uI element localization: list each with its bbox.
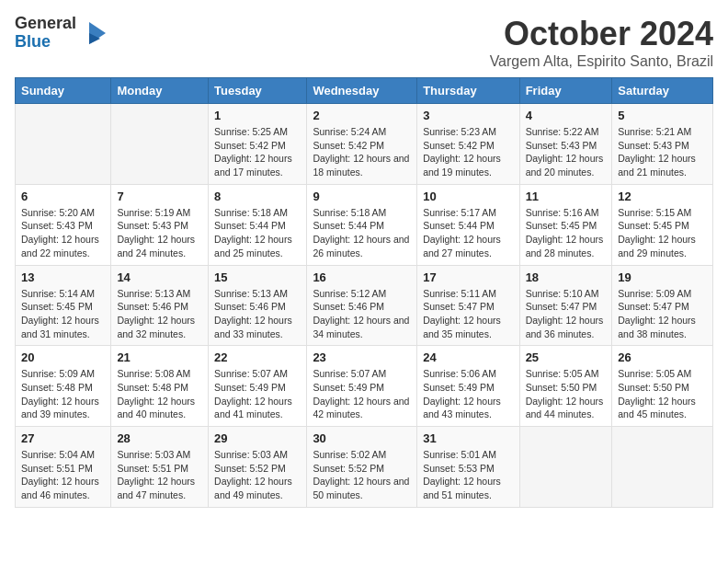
day-number: 20 (21, 350, 105, 364)
day-number: 26 (618, 350, 707, 364)
day-info: Sunrise: 5:14 AMSunset: 5:45 PMDaylight:… (21, 287, 105, 341)
sunset-text: Sunset: 5:42 PM (313, 139, 411, 153)
day-number: 19 (618, 270, 707, 284)
logo: General Blue (15, 15, 109, 52)
daylight-text: Daylight: 12 hours and 24 minutes. (117, 233, 202, 259)
sunset-text: Sunset: 5:42 PM (423, 139, 513, 153)
sunrise-text: Sunrise: 5:07 AM (313, 367, 411, 381)
day-cell (612, 427, 713, 508)
logo-text1: General (15, 14, 76, 32)
sunrise-text: Sunrise: 5:05 AM (526, 367, 607, 381)
day-info: Sunrise: 5:05 AMSunset: 5:50 PMDaylight:… (526, 367, 607, 421)
day-cell: 25Sunrise: 5:05 AMSunset: 5:50 PMDayligh… (519, 346, 612, 427)
daylight-text: Daylight: 12 hours and 43 minutes. (423, 395, 513, 421)
sunrise-text: Sunrise: 5:13 AM (214, 287, 301, 301)
day-number: 3 (423, 109, 513, 122)
day-cell: 18Sunrise: 5:10 AMSunset: 5:47 PMDayligh… (519, 265, 612, 346)
day-info: Sunrise: 5:18 AMSunset: 5:44 PMDaylight:… (214, 206, 301, 260)
day-number: 23 (313, 350, 411, 364)
day-number: 9 (313, 190, 411, 203)
week-row-3: 13Sunrise: 5:14 AMSunset: 5:45 PMDayligh… (16, 265, 713, 346)
sunrise-text: Sunrise: 5:03 AM (214, 448, 301, 462)
daylight-text: Daylight: 12 hours and 34 minutes. (313, 314, 411, 340)
day-info: Sunrise: 5:05 AMSunset: 5:50 PMDaylight:… (618, 367, 707, 421)
daylight-text: Daylight: 12 hours and 41 minutes. (214, 395, 301, 421)
day-number: 7 (117, 190, 202, 203)
daylight-text: Daylight: 12 hours and 46 minutes. (21, 475, 105, 501)
title-area: October 2024 Vargem Alta, Espirito Santo… (490, 15, 713, 70)
day-info: Sunrise: 5:13 AMSunset: 5:46 PMDaylight:… (214, 287, 301, 341)
day-number: 6 (21, 190, 105, 203)
sunrise-text: Sunrise: 5:01 AM (423, 448, 513, 462)
sunrise-text: Sunrise: 5:10 AM (526, 287, 607, 301)
sunrise-text: Sunrise: 5:19 AM (117, 206, 202, 220)
calendar-table: Sunday Monday Tuesday Wednesday Thursday… (15, 77, 713, 508)
daylight-text: Daylight: 12 hours and 27 minutes. (423, 233, 513, 259)
sunrise-text: Sunrise: 5:09 AM (21, 367, 105, 381)
day-info: Sunrise: 5:17 AMSunset: 5:44 PMDaylight:… (423, 206, 513, 260)
day-info: Sunrise: 5:16 AMSunset: 5:45 PMDaylight:… (526, 206, 607, 260)
sunrise-text: Sunrise: 5:09 AM (618, 287, 707, 301)
day-number: 16 (313, 270, 411, 284)
day-info: Sunrise: 5:08 AMSunset: 5:48 PMDaylight:… (117, 367, 202, 421)
day-number: 15 (214, 270, 301, 284)
sunset-text: Sunset: 5:43 PM (618, 139, 707, 153)
day-cell: 4Sunrise: 5:22 AMSunset: 5:43 PMDaylight… (519, 104, 612, 185)
day-info: Sunrise: 5:20 AMSunset: 5:43 PMDaylight:… (21, 206, 105, 260)
sunrise-text: Sunrise: 5:25 AM (214, 125, 301, 139)
day-cell: 20Sunrise: 5:09 AMSunset: 5:48 PMDayligh… (16, 346, 111, 427)
header: General Blue October 2024 Vargem Alta, E… (15, 15, 713, 70)
day-cell: 8Sunrise: 5:18 AMSunset: 5:44 PMDaylight… (209, 184, 307, 265)
day-info: Sunrise: 5:22 AMSunset: 5:43 PMDaylight:… (526, 125, 607, 179)
day-cell: 14Sunrise: 5:13 AMSunset: 5:46 PMDayligh… (111, 265, 209, 346)
day-number: 27 (21, 431, 105, 445)
day-info: Sunrise: 5:04 AMSunset: 5:51 PMDaylight:… (21, 448, 105, 502)
sunrise-text: Sunrise: 5:23 AM (423, 125, 513, 139)
sunset-text: Sunset: 5:43 PM (21, 219, 105, 233)
day-cell: 29Sunrise: 5:03 AMSunset: 5:52 PMDayligh… (209, 427, 307, 508)
day-info: Sunrise: 5:03 AMSunset: 5:51 PMDaylight:… (117, 448, 202, 502)
sunset-text: Sunset: 5:44 PM (423, 219, 513, 233)
day-cell: 27Sunrise: 5:04 AMSunset: 5:51 PMDayligh… (16, 427, 111, 508)
day-cell: 10Sunrise: 5:17 AMSunset: 5:44 PMDayligh… (417, 184, 519, 265)
day-info: Sunrise: 5:11 AMSunset: 5:47 PMDaylight:… (423, 287, 513, 341)
day-number: 21 (117, 350, 202, 364)
day-number: 10 (423, 190, 513, 203)
sunset-text: Sunset: 5:52 PM (214, 462, 301, 476)
sunrise-text: Sunrise: 5:21 AM (618, 125, 707, 139)
sunrise-text: Sunrise: 5:16 AM (526, 206, 607, 220)
daylight-text: Daylight: 12 hours and 22 minutes. (21, 233, 105, 259)
day-number: 13 (21, 270, 105, 284)
day-info: Sunrise: 5:09 AMSunset: 5:47 PMDaylight:… (618, 287, 707, 341)
logo-icon (80, 18, 109, 48)
day-cell: 7Sunrise: 5:19 AMSunset: 5:43 PMDaylight… (111, 184, 209, 265)
day-info: Sunrise: 5:24 AMSunset: 5:42 PMDaylight:… (313, 125, 411, 179)
day-cell: 3Sunrise: 5:23 AMSunset: 5:42 PMDaylight… (417, 104, 519, 185)
daylight-text: Daylight: 12 hours and 19 minutes. (423, 152, 513, 178)
sunrise-text: Sunrise: 5:14 AM (21, 287, 105, 301)
col-thursday: Thursday (417, 78, 519, 104)
sunset-text: Sunset: 5:44 PM (214, 219, 301, 233)
day-cell: 9Sunrise: 5:18 AMSunset: 5:44 PMDaylight… (307, 184, 417, 265)
day-cell: 15Sunrise: 5:13 AMSunset: 5:46 PMDayligh… (209, 265, 307, 346)
day-number: 28 (117, 431, 202, 445)
daylight-text: Daylight: 12 hours and 45 minutes. (618, 395, 707, 421)
daylight-text: Daylight: 12 hours and 38 minutes. (618, 314, 707, 340)
day-cell: 13Sunrise: 5:14 AMSunset: 5:45 PMDayligh… (16, 265, 111, 346)
day-info: Sunrise: 5:03 AMSunset: 5:52 PMDaylight:… (214, 448, 301, 502)
sunset-text: Sunset: 5:53 PM (423, 462, 513, 476)
sunrise-text: Sunrise: 5:08 AM (117, 367, 202, 381)
day-info: Sunrise: 5:25 AMSunset: 5:42 PMDaylight:… (214, 125, 301, 179)
day-info: Sunrise: 5:09 AMSunset: 5:48 PMDaylight:… (21, 367, 105, 421)
day-cell: 12Sunrise: 5:15 AMSunset: 5:45 PMDayligh… (612, 184, 713, 265)
col-friday: Friday (519, 78, 612, 104)
day-cell: 1Sunrise: 5:25 AMSunset: 5:42 PMDaylight… (209, 104, 307, 185)
day-cell (16, 104, 111, 185)
day-cell (519, 427, 612, 508)
sunset-text: Sunset: 5:52 PM (313, 462, 411, 476)
day-info: Sunrise: 5:07 AMSunset: 5:49 PMDaylight:… (214, 367, 301, 421)
day-info: Sunrise: 5:02 AMSunset: 5:52 PMDaylight:… (313, 448, 411, 502)
day-info: Sunrise: 5:18 AMSunset: 5:44 PMDaylight:… (313, 206, 411, 260)
daylight-text: Daylight: 12 hours and 28 minutes. (526, 233, 607, 259)
daylight-text: Daylight: 12 hours and 29 minutes. (618, 233, 707, 259)
